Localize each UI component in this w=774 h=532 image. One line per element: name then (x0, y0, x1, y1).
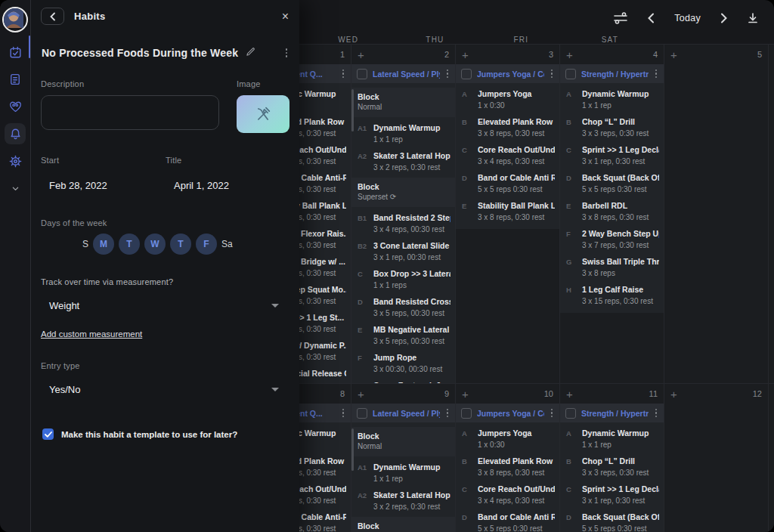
exercise-entry[interactable]: ADynamic Warmup1 x 1 rep (560, 422, 664, 450)
exercise-entry[interactable]: BElevated Plank Row3 x 8 reps, 0:30 rest (456, 450, 559, 478)
exercise-entry[interactable]: EMB Negative Lateral Hop...3 x 5 reps, 0… (351, 319, 455, 347)
exercise-entry[interactable]: A2Skater 3 Lateral Hops >> ...3 x 2 reps… (351, 484, 455, 512)
heart-icon[interactable] (5, 96, 26, 117)
add-workout-button[interactable]: + (462, 49, 469, 60)
add-workout-button[interactable]: + (358, 388, 364, 400)
day-toggle-t[interactable]: T (170, 234, 191, 255)
workout-card-header[interactable]: Strength / Hypertro... (560, 404, 664, 422)
more-options-icon[interactable] (654, 68, 659, 80)
close-icon[interactable]: × (282, 11, 289, 23)
exercise-entry[interactable]: DBand or Cable Anti Rotati...5 x 5 reps … (456, 167, 559, 195)
workout-title-link[interactable]: Lateral Speed / Plyo (373, 409, 440, 418)
more-options-icon[interactable] (341, 407, 346, 419)
more-options-icon[interactable] (550, 407, 555, 419)
exercise-entry[interactable]: CCore Reach Out/Under3 x 4 reps, 0:30 re… (456, 478, 559, 506)
add-workout-button[interactable]: + (670, 388, 677, 400)
add-workout-button[interactable]: + (566, 388, 573, 400)
exercise-entry[interactable]: A1Dynamic Warmup1 x 1 rep (351, 456, 455, 484)
day-toggle-m[interactable]: M (93, 234, 114, 255)
entry-type-select[interactable]: Yes/No (41, 384, 289, 395)
start-date-field[interactable]: Feb 28, 2022 (41, 180, 166, 191)
day-toggle-w[interactable]: W (144, 234, 166, 255)
exercise-entry[interactable]: CSprint >> 1 Leg Declarations3 x 1 rep, … (560, 139, 664, 167)
add-custom-measurement-link[interactable]: Add custom measurement (41, 329, 142, 339)
exercise-entry[interactable]: BChop “L” Drill3 x 3 reps, 0:30 rest (560, 111, 664, 139)
exercise-entry[interactable]: CSprint >> 1 Leg Declarations3 x 1 rep, … (560, 478, 664, 506)
workout-card-header[interactable]: Jumpers Yoga / Core (456, 404, 559, 422)
workout-title-link[interactable]: Strength / Hypertro... (581, 409, 649, 418)
workout-card-header[interactable]: Lateral Speed / Plyo (351, 404, 455, 422)
edit-pencil-icon[interactable] (246, 46, 255, 60)
exercise-entry[interactable]: DBand or Cable Anti Rotati...5 x 5 reps … (456, 506, 559, 532)
exercise-text: Skater 3 Lateral Hops >> ...3 x 2 reps, … (373, 150, 450, 173)
exercise-entry[interactable]: BElevated Plank Row3 x 8 reps, 0:30 rest (456, 111, 559, 139)
workout-title-link[interactable]: Lateral Speed / Plyo (373, 70, 440, 79)
exercise-entry[interactable]: A2Skater 3 Lateral Hops >> ...3 x 2 reps… (351, 145, 455, 173)
calendar-check-icon[interactable] (5, 42, 26, 63)
habit-image[interactable] (237, 95, 289, 133)
exercise-entry[interactable]: BChop “L” Drill3 x 3 reps, 0:30 rest (560, 450, 664, 478)
exercise-entry[interactable]: GSwiss Ball Triple Threat3 x 8 reps (560, 251, 664, 279)
exercise-entry[interactable]: F2 Way Bench Step Up3 x 7 reps, 0:30 res… (560, 223, 664, 251)
day-toggle-sa[interactable]: Sa (221, 239, 233, 249)
description-input[interactable] (41, 95, 219, 130)
workout-checkbox[interactable] (357, 408, 367, 419)
workout-checkbox[interactable] (357, 69, 367, 79)
today-button[interactable]: Today (674, 13, 701, 23)
exercise-entry[interactable]: A1Dynamic Warmup1 x 1 rep (351, 117, 455, 145)
day-toggle-f[interactable]: F (196, 234, 217, 255)
workout-checkbox[interactable] (565, 408, 576, 419)
exercise-entry[interactable]: GCross Footwork Jump Rope3 x 00:30, 00:3… (351, 375, 455, 383)
workout-checkbox[interactable] (565, 69, 576, 79)
exercise-entry[interactable]: B1Band Resisted 2 Step Late...3 x 4 reps… (351, 207, 455, 235)
chevron-down-icon[interactable] (5, 178, 26, 199)
workout-card-header[interactable]: Strength / Hypertro... (560, 64, 664, 83)
exercise-entry[interactable]: DBand Resisted Crossover...3 x 5 reps, 0… (351, 291, 455, 319)
exercise-entry[interactable]: DBack Squat (Back Off Set)5 x 5 reps 0:3… (560, 167, 664, 195)
day-cell-header: +3 (456, 45, 559, 64)
document-icon[interactable] (5, 69, 26, 90)
exercise-entry[interactable]: B23 Cone Lateral Slide3 x 1 rep, 00:30 r… (351, 235, 455, 263)
exercise-entry[interactable]: CBox Drop >> 3 Lateral H...1 x 1 reps (351, 263, 455, 291)
template-checkbox[interactable] (42, 428, 54, 440)
more-options-icon[interactable] (654, 407, 659, 419)
day-toggle-t[interactable]: T (119, 234, 140, 255)
more-options-icon[interactable] (341, 68, 346, 80)
next-week-button[interactable] (720, 13, 727, 23)
exercise-entry[interactable]: AJumpers Yoga1 x 0:30 (456, 83, 559, 111)
day-toggle-s[interactable]: S (82, 239, 88, 249)
workout-card-header[interactable]: Jumpers Yoga / Core (456, 64, 559, 83)
user-avatar[interactable] (2, 7, 28, 32)
bell-icon[interactable] (5, 123, 26, 144)
exercise-entry[interactable]: EBarbell RDL3 x 8 reps, 0:30 rest (560, 195, 664, 223)
add-workout-button[interactable]: + (462, 388, 469, 400)
more-options-icon[interactable] (445, 407, 450, 419)
back-button[interactable] (41, 8, 64, 25)
add-workout-button[interactable]: + (670, 49, 677, 60)
workout-title-link[interactable]: Jumpers Yoga / Core (477, 409, 544, 418)
exercise-entry[interactable]: EStability Ball Plank Linear ...3 x 8 re… (456, 195, 559, 223)
workout-title-link[interactable]: Jumpers Yoga / Core (477, 70, 544, 79)
exercise-entry[interactable]: DBack Squat (Back Off Set)5 x 5 reps 0:3… (560, 506, 664, 532)
filter-sliders-icon[interactable] (613, 12, 628, 24)
end-date-field[interactable]: April 1, 2022 (166, 180, 229, 191)
add-workout-button[interactable]: + (566, 49, 573, 60)
exercise-entry[interactable]: ADynamic Warmup1 x 1 rep (560, 83, 664, 111)
workout-title-link[interactable]: Strength / Hypertro... (581, 70, 649, 79)
add-workout-button[interactable]: + (358, 49, 364, 60)
exercise-label: A2 (358, 150, 373, 173)
exercise-entry[interactable]: AJumpers Yoga1 x 0:30 (456, 422, 559, 450)
exercise-entry[interactable]: FJump Rope3 x 00:30, 00:30 rest (351, 347, 455, 375)
prev-week-button[interactable] (648, 13, 655, 23)
workout-card-header[interactable]: Lateral Speed / Plyo (351, 64, 455, 83)
gear-icon[interactable] (5, 150, 26, 172)
download-icon[interactable] (747, 12, 759, 24)
more-options-icon[interactable] (550, 68, 555, 80)
workout-checkbox[interactable] (461, 69, 472, 79)
more-options-icon[interactable] (445, 68, 450, 80)
workout-checkbox[interactable] (461, 408, 472, 419)
measurement-select[interactable]: Weight (41, 300, 289, 311)
habit-more-options-icon[interactable] (284, 47, 289, 59)
exercise-entry[interactable]: H1 Leg Calf Raise3 x 15 reps, 0:30 rest (560, 279, 664, 307)
exercise-entry[interactable]: CCore Reach Out/Under3 x 4 reps, 0:30 re… (456, 139, 559, 167)
